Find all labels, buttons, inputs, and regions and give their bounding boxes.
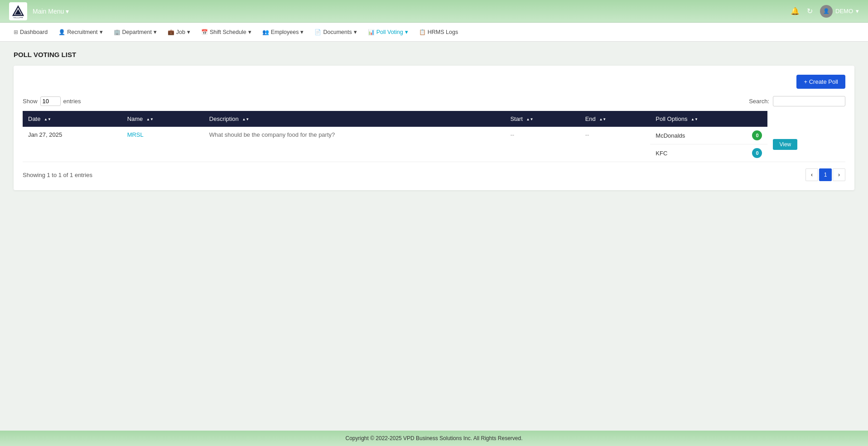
chevron-down-icon: ▾	[187, 29, 190, 35]
cell-start: --	[505, 127, 579, 162]
poll-option-kfc: KFC 0	[650, 144, 767, 162]
view-button[interactable]: View	[773, 139, 797, 150]
show-entries-area: Show entries	[23, 96, 81, 106]
table-row: Jan 27, 2025 MRSL What should be the com…	[23, 127, 845, 162]
sort-icon-poll-options: ▲▼	[691, 117, 698, 121]
cell-end: --	[580, 127, 651, 162]
nav-item-shift-schedule[interactable]: 📅 Shift Schedule ▾	[197, 26, 256, 38]
nav-label-poll-voting: Poll Voting	[376, 29, 403, 35]
entries-input[interactable]	[40, 96, 61, 106]
table-controls: Show entries Search:	[23, 96, 845, 106]
chevron-down-icon: ▾	[856, 8, 859, 14]
search-label: Search:	[749, 98, 769, 105]
poll-voting-card: + Create Poll Show entries Search: Date	[14, 66, 854, 190]
show-label: Show	[23, 98, 38, 105]
sort-icon-name: ▲▼	[146, 117, 154, 121]
vera-ct-logo: VeraCT	[11, 5, 25, 18]
table-header-row: Date ▲▼ Name ▲▼ Description ▲▼ Start ▲▼	[23, 111, 845, 127]
nav-label-job: Job	[176, 29, 185, 35]
employees-icon: 👥	[262, 29, 269, 35]
col-header-poll-options[interactable]: Poll Options ▲▼	[650, 111, 767, 127]
nav-label-dashboard: Dashboard	[20, 29, 48, 35]
page-title: POLL VOTING LIST	[14, 51, 854, 58]
nav-item-dashboard[interactable]: ⊞ Dashboard	[9, 26, 52, 38]
pagination: ‹ 1 ›	[805, 168, 845, 181]
nav-item-employees[interactable]: 👥 Employees ▾	[258, 26, 309, 38]
header-right: 🔔 ↻ 👤 DEMO ▾	[791, 5, 859, 18]
sort-icon-date: ▲▼	[44, 117, 51, 121]
col-header-name[interactable]: Name ▲▼	[122, 111, 204, 127]
department-icon: 🏢	[114, 29, 121, 35]
col-header-start[interactable]: Start ▲▼	[505, 111, 579, 127]
nav-item-poll-voting[interactable]: 📊 Poll Voting ▾	[363, 26, 413, 38]
next-page-button[interactable]: ›	[833, 168, 845, 181]
option-votes-mcdonalds: 0	[752, 130, 762, 140]
sort-icon-start: ▲▼	[526, 117, 534, 121]
nav-bar: ⊞ Dashboard 👤 Recruitment ▾ 🏢 Department…	[0, 23, 868, 42]
create-poll-label: + Create Poll	[804, 78, 838, 85]
nav-label-documents: Documents	[323, 29, 352, 35]
option-name-kfc: KFC	[656, 150, 667, 157]
col-header-date[interactable]: Date ▲▼	[23, 111, 122, 127]
toolbar: + Create Poll	[23, 75, 845, 89]
page-1-button[interactable]: 1	[819, 168, 832, 181]
nav-label-hrms-logs: HRMS Logs	[428, 29, 458, 35]
col-header-description[interactable]: Description ▲▼	[204, 111, 505, 127]
cell-description: What should be the company food for the …	[204, 127, 505, 162]
nav-item-documents[interactable]: 📄 Documents ▾	[310, 26, 361, 38]
chevron-down-icon: ▾	[300, 29, 304, 35]
job-icon: 💼	[168, 29, 174, 35]
nav-label-shift-schedule: Shift Schedule	[210, 29, 246, 35]
footer-copyright: Copyright © 2022-2025 VPD Business Solut…	[345, 435, 522, 441]
nav-label-department: Department	[122, 29, 152, 35]
documents-icon: 📄	[314, 29, 321, 35]
top-header: VeraCT Main Menu ▾ 🔔 ↻ 👤 DEMO ▾	[0, 0, 868, 23]
recruitment-icon: 👤	[58, 29, 65, 35]
cell-name: MRSL	[122, 127, 204, 162]
chevron-down-icon: ▾	[66, 8, 69, 15]
col-header-end[interactable]: End ▲▼	[580, 111, 651, 127]
table-footer: Showing 1 to 1 of 1 entries ‹ 1 ›	[23, 168, 845, 181]
dashboard-icon: ⊞	[14, 29, 18, 35]
chevron-down-icon: ▾	[405, 29, 408, 35]
poll-name-link[interactable]: MRSL	[127, 131, 144, 138]
chevron-down-icon: ▾	[248, 29, 251, 35]
nav-item-hrms-logs[interactable]: 📋 HRMS Logs	[415, 26, 463, 38]
cell-date: Jan 27, 2025	[23, 127, 122, 162]
logo-area: VeraCT Main Menu ▾	[9, 2, 69, 20]
nav-label-employees: Employees	[271, 29, 299, 35]
entries-label: entries	[63, 98, 81, 105]
refresh-icon[interactable]: ↻	[807, 7, 813, 15]
showing-text: Showing 1 to 1 of 1 entries	[23, 172, 92, 178]
search-input[interactable]	[773, 96, 845, 106]
poll-voting-icon: 📊	[368, 29, 375, 35]
nav-item-recruitment[interactable]: 👤 Recruitment ▾	[54, 26, 107, 38]
shift-schedule-icon: 📅	[201, 29, 208, 35]
footer: Copyright © 2022-2025 VPD Business Solut…	[0, 431, 868, 446]
logo-box: VeraCT	[9, 2, 27, 20]
nav-item-job[interactable]: 💼 Job ▾	[163, 26, 195, 38]
demo-label: DEMO	[835, 8, 853, 14]
chevron-down-icon: ▾	[100, 29, 103, 35]
poll-option-mcdonalds: McDonalds 0	[650, 127, 767, 144]
avatar: 👤	[820, 5, 833, 18]
demo-user-button[interactable]: 👤 DEMO ▾	[820, 5, 859, 18]
main-content: POLL VOTING LIST + Create Poll Show entr…	[0, 42, 868, 431]
main-menu-label: Main Menu	[33, 8, 64, 15]
main-menu-button[interactable]: Main Menu ▾	[33, 8, 69, 15]
cell-view-action: View	[767, 127, 845, 162]
prev-page-button[interactable]: ‹	[805, 168, 818, 181]
chevron-down-icon: ▾	[154, 29, 157, 35]
sort-icon-end: ▲▼	[599, 117, 606, 121]
bell-icon[interactable]: 🔔	[791, 7, 800, 15]
create-poll-button[interactable]: + Create Poll	[796, 75, 845, 89]
nav-item-department[interactable]: 🏢 Department ▾	[109, 26, 161, 38]
hrms-logs-icon: 📋	[419, 29, 426, 35]
chevron-down-icon: ▾	[354, 29, 357, 35]
poll-table: Date ▲▼ Name ▲▼ Description ▲▼ Start ▲▼	[23, 111, 845, 162]
option-name-mcdonalds: McDonalds	[656, 132, 685, 139]
nav-label-recruitment: Recruitment	[67, 29, 97, 35]
cell-poll-options: McDonalds 0 KFC 0	[650, 127, 767, 162]
svg-text:VeraCT: VeraCT	[14, 17, 23, 18]
sort-icon-description: ▲▼	[242, 117, 249, 121]
